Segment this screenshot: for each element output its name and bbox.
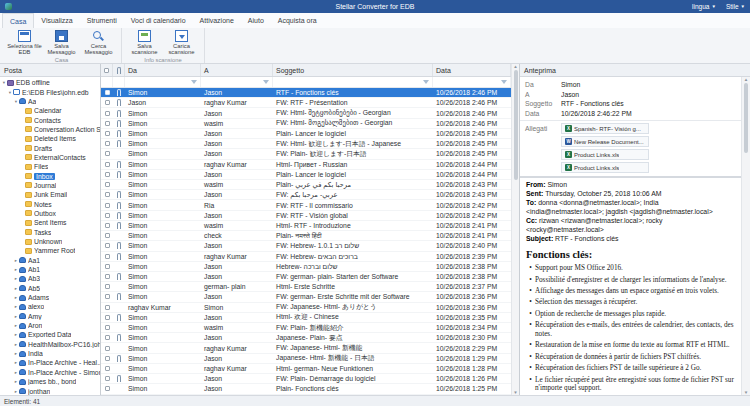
attachment-chip[interactable]: XSpanish- RTF- Visión g... bbox=[561, 123, 649, 134]
row-checkbox[interactable] bbox=[105, 274, 110, 279]
tree-item-amy[interactable]: ▸Amy bbox=[0, 312, 100, 321]
row-checkbox[interactable] bbox=[105, 151, 110, 156]
style-menu[interactable]: Stile▼ bbox=[726, 3, 745, 10]
row-checkbox[interactable] bbox=[105, 366, 110, 371]
message-row[interactable]: Simongerman- plainHtml- Erste Schritte10… bbox=[101, 282, 511, 292]
tree-item-tasks[interactable]: Tasks bbox=[0, 228, 100, 237]
message-row[interactable]: SimonJasonFW: RTF - Visión global10/26/2… bbox=[101, 211, 511, 221]
tree-item-drafts[interactable]: Drafts bbox=[0, 143, 100, 152]
row-checkbox[interactable] bbox=[105, 223, 110, 228]
tree-item-healthmailbox-pc16-joh[interactable]: ▸HealthMailbox-PC16.joh... bbox=[0, 340, 100, 349]
message-row[interactable]: SimonwasimHtml- RTF - Introduzione10/26/… bbox=[101, 221, 511, 231]
message-row[interactable]: SimonJasonFW: Plain- 歓迎します-日本語10/26/2018… bbox=[101, 149, 511, 159]
row-checkbox[interactable] bbox=[105, 100, 110, 105]
row-checkbox[interactable] bbox=[105, 172, 110, 177]
message-row[interactable]: SimonJasonFW: german- plain- Starten der… bbox=[101, 272, 511, 282]
message-row[interactable]: Jasonraghav KumarFW: RTF - Présentation1… bbox=[101, 98, 511, 108]
tree-item-aa1[interactable]: ▸Aa1 bbox=[0, 256, 100, 265]
row-checkbox[interactable] bbox=[105, 264, 110, 269]
attachment-column-header[interactable] bbox=[113, 64, 125, 76]
row-checkbox[interactable] bbox=[105, 386, 110, 391]
scroll-up-icon[interactable]: ▲ bbox=[513, 64, 517, 69]
column-header-date[interactable]: Data bbox=[433, 64, 511, 76]
message-row[interactable]: SimonwasimPlain- مرحبا بكم في عربي10/26/… bbox=[101, 180, 511, 190]
row-checkbox[interactable] bbox=[105, 203, 110, 208]
preview-scrollbar[interactable]: ▲ ▼ bbox=[741, 77, 750, 395]
attachment-chip[interactable]: WNew Release Document... bbox=[561, 136, 649, 147]
tree-item-aron[interactable]: ▸Aron bbox=[0, 321, 100, 330]
tree-item-in-place-archive-heal[interactable]: ▸In-Place Archive - Heal... bbox=[0, 358, 100, 367]
tree-item-deleted-items[interactable]: Deleted Items bbox=[0, 134, 100, 143]
row-checkbox[interactable] bbox=[105, 376, 110, 381]
tree-item-calendar[interactable]: Calendar bbox=[0, 106, 100, 115]
tree-item-jonthan[interactable]: ▸jonthan bbox=[0, 386, 100, 395]
message-row[interactable]: SimonJasonPlain- Lancer le logiciel10/26… bbox=[101, 129, 511, 139]
filter-from[interactable] bbox=[125, 77, 201, 87]
tab-casa[interactable]: Casa bbox=[2, 13, 34, 28]
tree-item-externalcontacts[interactable]: ExternalContacts bbox=[0, 153, 100, 162]
tree-item-e-edb-files-john-edb[interactable]: ▾E:\EDB Files\john.edb bbox=[0, 87, 100, 96]
row-checkbox[interactable] bbox=[105, 90, 110, 95]
carica-scansione-button[interactable]: Carica scansione bbox=[163, 29, 200, 56]
attachment-chip[interactable]: XProduct Links.xls bbox=[561, 149, 649, 160]
row-checkbox[interactable] bbox=[105, 335, 110, 340]
row-checkbox[interactable] bbox=[105, 182, 110, 187]
row-checkbox[interactable] bbox=[105, 192, 110, 197]
filter-date[interactable] bbox=[433, 77, 511, 87]
tree-item-contacts[interactable]: Contacts bbox=[0, 115, 100, 124]
scrollbar-thumb[interactable] bbox=[744, 83, 748, 153]
row-checkbox[interactable] bbox=[105, 141, 110, 146]
column-header-subject[interactable]: Soggetto bbox=[273, 64, 433, 76]
message-row[interactable]: SimonJasonRTF - Fonctions clés10/26/2018… bbox=[101, 88, 511, 98]
message-row[interactable]: SimonJasonHebrew- שלום וברכה10/26/2018 2… bbox=[101, 262, 511, 272]
message-row[interactable]: Simonraghav KumarHtml- german- Neue Funk… bbox=[101, 364, 511, 374]
tree-item-conversation-action-se[interactable]: Conversation Action Se... bbox=[0, 125, 100, 134]
tree-item-unknown[interactable]: Unknown bbox=[0, 237, 100, 246]
row-checkbox[interactable] bbox=[105, 213, 110, 218]
message-row[interactable]: SimonJasonFW: Html- 歓迎します-日本語 - Japanese… bbox=[101, 139, 511, 149]
tree-item-files[interactable]: Files bbox=[0, 162, 100, 171]
tab-visualizza[interactable]: Visualizza bbox=[34, 13, 79, 28]
scrollbar-thumb[interactable] bbox=[514, 70, 518, 180]
salva-messaggio-button[interactable]: Salva Messaggio bbox=[43, 29, 80, 56]
select-all-checkbox[interactable] bbox=[104, 68, 109, 73]
tree-item-ab3[interactable]: ▸Ab3 bbox=[0, 274, 100, 283]
seleziona-file-edb-button[interactable]: Seleziona file EDB bbox=[6, 29, 43, 56]
tree-item-notes[interactable]: Notes bbox=[0, 199, 100, 208]
message-row[interactable]: Simonraghav KumarFW: Hebrew- ברוכים הבאי… bbox=[101, 252, 511, 262]
tab-attivazione[interactable]: Attivazione bbox=[193, 13, 241, 28]
message-row[interactable]: SimonJasonPlain- Lancer le logiciel10/26… bbox=[101, 170, 511, 180]
scroll-down-icon[interactable]: ▼ bbox=[744, 390, 748, 395]
tree-item-sent-items[interactable]: Sent Items bbox=[0, 218, 100, 227]
tree-item-ab1[interactable]: ▸Ab1 bbox=[0, 265, 100, 274]
message-row[interactable]: SimoncheckPlain- नमस्ते हिंदी10/26/2018 … bbox=[101, 231, 511, 241]
message-row[interactable]: Simonraghav KumarHtml- Привет - Russian1… bbox=[101, 160, 511, 170]
tree-item-in-place-archive-simon[interactable]: ▸In-Place Archive - Simon bbox=[0, 368, 100, 377]
row-checkbox[interactable] bbox=[105, 315, 110, 320]
message-list-scrollbar[interactable]: ▲ ▼ bbox=[511, 64, 519, 395]
message-row[interactable]: SimonJasonFW: عربي- مرحبا بكم10/26/2018 … bbox=[101, 190, 511, 200]
row-checkbox[interactable] bbox=[105, 356, 110, 361]
message-row[interactable]: raghav KumarSimonFW: Japanese- Html- ありが… bbox=[101, 303, 511, 313]
row-checkbox[interactable] bbox=[105, 284, 110, 289]
column-header-to[interactable]: A bbox=[201, 64, 273, 76]
scroll-up-icon[interactable]: ▲ bbox=[744, 77, 748, 82]
message-row[interactable]: SimonJasonHtml- 欢迎 - Chinese10/26/2018 2… bbox=[101, 313, 511, 323]
row-checkbox[interactable] bbox=[105, 233, 110, 238]
message-row[interactable]: SimonJasonFW: Plain- Démarrage du logici… bbox=[101, 374, 511, 384]
message-row[interactable]: SimonJasonFW: Html- შეტყობინებები - Geor… bbox=[101, 108, 511, 118]
row-checkbox[interactable] bbox=[105, 346, 110, 351]
tree-item-junk-email[interactable]: Junk Email bbox=[0, 190, 100, 199]
salva-scansione-button[interactable]: Salva scansione bbox=[126, 29, 163, 56]
tree-item-alexo[interactable]: ▸alexo bbox=[0, 302, 100, 311]
scroll-down-icon[interactable]: ▼ bbox=[513, 390, 517, 395]
attachment-chip[interactable]: XProduct Links.xls bbox=[561, 162, 649, 173]
row-checkbox[interactable] bbox=[105, 254, 110, 259]
message-row[interactable]: SimonwasimFW: Html- მოგესალმებით - Georg… bbox=[101, 119, 511, 129]
column-header-from[interactable]: Da bbox=[125, 64, 201, 76]
tree-item-yammer-root[interactable]: Yammer Root bbox=[0, 246, 100, 255]
tab-voci-di-calendario[interactable]: Voci di calendario bbox=[124, 13, 193, 28]
tree-item-james-bb-bond[interactable]: ▸james bb., bond bbox=[0, 377, 100, 386]
tree-item-exported-data[interactable]: ▸Exported Data bbox=[0, 330, 100, 339]
row-checkbox[interactable] bbox=[105, 294, 110, 299]
